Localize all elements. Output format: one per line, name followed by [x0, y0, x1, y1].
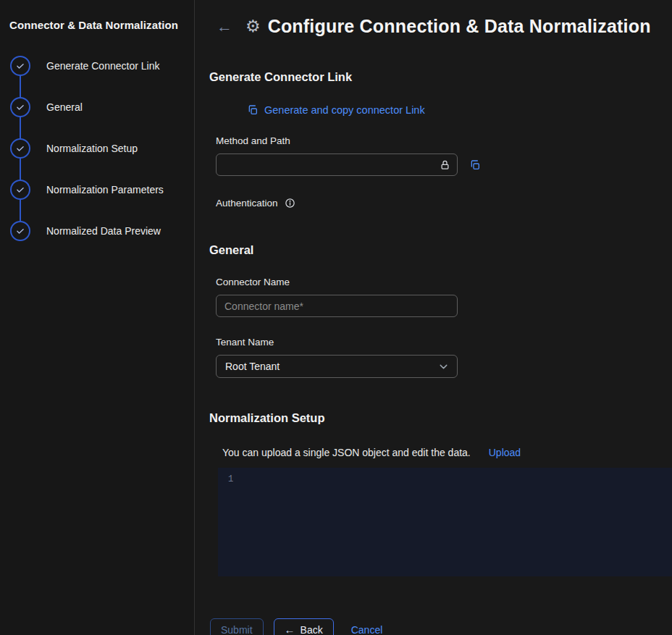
section-heading-generate: Generate Connector Link [209, 70, 672, 84]
step-connector-line [20, 75, 21, 98]
stepper-step-normalized-data-preview[interactable]: Normalized Data Preview [10, 221, 185, 241]
tenant-name-select[interactable]: Root Tenant [216, 355, 458, 378]
stepper: Generate Connector Link General Normaliz… [9, 56, 185, 241]
footer-actions: Submit ← Back Cancel [210, 618, 672, 635]
step-label: Normalization Parameters [46, 184, 164, 195]
generate-and-copy-link-button[interactable]: Generate and copy connector Link [247, 104, 425, 116]
step-label: Normalized Data Preview [46, 225, 161, 237]
step-check-icon [10, 138, 30, 159]
step-check-icon [10, 56, 30, 76]
step-label: Generate Connector Link [46, 60, 159, 72]
connector-name-field: Connector Name [216, 277, 672, 317]
upload-hint-text: You can upload a single JSON object and … [222, 447, 471, 458]
lock-icon [440, 159, 450, 170]
tenant-name-selected-value: Root Tenant [225, 361, 280, 372]
step-check-icon [10, 97, 30, 117]
connector-settings-icon: ⚙ [245, 18, 261, 35]
step-label: Normalization Setup [46, 143, 138, 154]
tenant-name-field: Tenant Name Root Tenant [216, 337, 672, 378]
back-arrow-icon[interactable]: ← [217, 19, 232, 35]
step-connector-line [20, 158, 21, 180]
copy-icon [247, 104, 259, 116]
section-heading-general: General [209, 243, 672, 257]
stepper-step-normalization-setup[interactable]: Normalization Setup [10, 138, 185, 159]
copy-icon [469, 159, 481, 171]
submit-button[interactable]: Submit [210, 618, 264, 635]
tenant-name-label: Tenant Name [216, 337, 672, 348]
chevron-down-icon [437, 361, 450, 373]
stepper-step-generate-connector-link[interactable]: Generate Connector Link [10, 56, 185, 76]
upload-hint-row: You can upload a single JSON object and … [222, 447, 672, 458]
generate-link-label: Generate and copy connector Link [264, 104, 425, 116]
method-and-path-field: Method and Path [216, 135, 672, 176]
section-heading-normalization: Normalization Setup [209, 411, 672, 425]
method-and-path-label: Method and Path [216, 135, 672, 146]
section-general: General Connector Name Tenant Name Root … [195, 243, 672, 378]
info-icon[interactable] [285, 198, 295, 209]
editor-line-number: 1 [218, 468, 233, 484]
upload-link[interactable]: Upload [489, 447, 521, 458]
page-header: ← ⚙ Configure Connection & Data Normaliz… [195, 16, 672, 37]
stepper-step-normalization-parameters[interactable]: Normalization Parameters [10, 180, 185, 200]
app-root: Connector & Data Normalization Generate … [0, 0, 672, 635]
connector-name-input[interactable] [216, 295, 458, 317]
json-editor[interactable]: 1 [218, 468, 672, 576]
back-button-label: Back [301, 624, 323, 635]
section-generate-connector-link: Generate Connector Link Generate and cop… [195, 70, 672, 209]
page-title: Configure Connection & Data Normalizatio… [268, 16, 651, 37]
step-connector-line [20, 117, 21, 139]
main-content: ← ⚙ Configure Connection & Data Normaliz… [195, 0, 672, 635]
back-button-arrow-icon: ← [285, 624, 295, 635]
authentication-label: Authentication [216, 198, 278, 209]
editor-content[interactable] [233, 468, 672, 481]
step-label: General [46, 101, 83, 113]
stepper-step-general[interactable]: General [10, 97, 185, 117]
connector-name-label: Connector Name [216, 277, 672, 287]
section-normalization-setup: Normalization Setup You can upload a sin… [195, 411, 672, 576]
authentication-row: Authentication [216, 198, 672, 209]
back-button[interactable]: ← Back [274, 618, 334, 635]
method-and-path-input[interactable] [216, 154, 458, 176]
sidebar-title: Connector & Data Normalization [9, 19, 185, 31]
step-check-icon [10, 180, 30, 200]
copy-method-path-button[interactable] [469, 159, 481, 171]
sidebar: Connector & Data Normalization Generate … [0, 0, 195, 635]
step-connector-line [20, 199, 21, 222]
cancel-link[interactable]: Cancel [351, 624, 383, 635]
step-check-icon [10, 221, 30, 241]
